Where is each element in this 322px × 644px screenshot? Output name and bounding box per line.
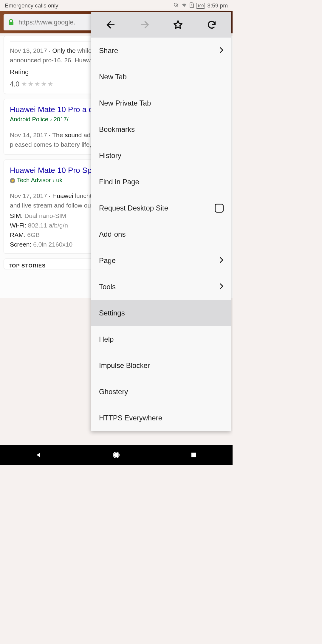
menu-item-label: Request Desktop Site <box>99 204 168 212</box>
menu-item-tools[interactable]: Tools <box>91 274 231 300</box>
chevron-right-icon <box>219 257 224 265</box>
lock-icon <box>8 19 14 26</box>
menu-nav-row <box>91 12 231 38</box>
svg-text:!: ! <box>191 4 192 7</box>
svg-rect-5 <box>191 453 196 457</box>
forward-icon <box>139 19 151 31</box>
menu-item-new-private-tab[interactable]: New Private Tab <box>91 90 231 116</box>
amp-icon: ⚡ <box>10 178 15 183</box>
back-icon[interactable] <box>105 19 117 31</box>
chevron-right-icon <box>219 47 224 55</box>
reload-icon[interactable] <box>206 19 218 31</box>
menu-item-request-desktop-site[interactable]: Request Desktop Site <box>91 195 231 221</box>
menu-item-label: Share <box>99 47 118 55</box>
menu-item-https-everywhere[interactable]: HTTPS Everywhere <box>91 405 231 431</box>
status-bar: Emergency calls only ! 100 3:59 pm <box>0 0 233 11</box>
browser-menu: ShareNew TabNew Private TabBookmarksHist… <box>91 12 231 431</box>
menu-item-new-tab[interactable]: New Tab <box>91 64 231 90</box>
menu-item-label: Find in Page <box>99 178 139 186</box>
svg-point-4 <box>114 453 118 457</box>
menu-item-label: Impulse Blocker <box>99 361 150 370</box>
alarm-icon <box>174 2 179 9</box>
menu-item-label: Settings <box>99 309 125 317</box>
battery-indicator: 100 <box>196 3 205 9</box>
status-left-text: Emergency calls only <box>5 2 174 9</box>
menu-item-settings[interactable]: Settings <box>91 300 231 326</box>
menu-item-label: New Private Tab <box>99 99 151 107</box>
menu-item-impulse-blocker[interactable]: Impulse Blocker <box>91 352 231 379</box>
menu-item-label: Ghostery <box>99 388 128 396</box>
bookmark-star-icon[interactable] <box>172 19 184 31</box>
menu-item-page[interactable]: Page <box>91 247 231 274</box>
menu-item-share[interactable]: Share <box>91 38 231 64</box>
menu-item-label: HTTPS Everywhere <box>99 414 162 422</box>
menu-item-label: Help <box>99 335 114 343</box>
menu-item-label: History <box>99 151 121 160</box>
url-text: https://www.google. <box>18 18 75 26</box>
menu-item-ghostery[interactable]: Ghostery <box>91 379 231 405</box>
menu-item-label: Page <box>99 256 116 265</box>
clock-text: 3:59 pm <box>207 2 228 9</box>
wifi-icon <box>181 3 187 9</box>
desktop-site-checkbox[interactable] <box>215 204 224 213</box>
nav-home-button[interactable] <box>112 451 121 459</box>
menu-item-add-ons[interactable]: Add-ons <box>91 221 231 247</box>
sim-alert-icon: ! <box>190 2 194 9</box>
stars-icon: ★★★★★ <box>21 80 54 88</box>
svg-rect-2 <box>9 22 13 25</box>
menu-item-help[interactable]: Help <box>91 326 231 352</box>
menu-item-bookmarks[interactable]: Bookmarks <box>91 116 231 143</box>
nav-recent-button[interactable] <box>189 451 198 459</box>
menu-item-label: Bookmarks <box>99 125 135 134</box>
menu-item-label: Tools <box>99 283 116 291</box>
chevron-right-icon <box>219 283 224 291</box>
menu-item-history[interactable]: History <box>91 143 231 169</box>
menu-item-label: Add-ons <box>99 230 126 239</box>
menu-item-find-in-page[interactable]: Find in Page <box>91 169 231 195</box>
nav-back-button[interactable] <box>34 451 43 459</box>
android-nav-bar <box>0 445 233 465</box>
menu-item-label: New Tab <box>99 73 127 81</box>
